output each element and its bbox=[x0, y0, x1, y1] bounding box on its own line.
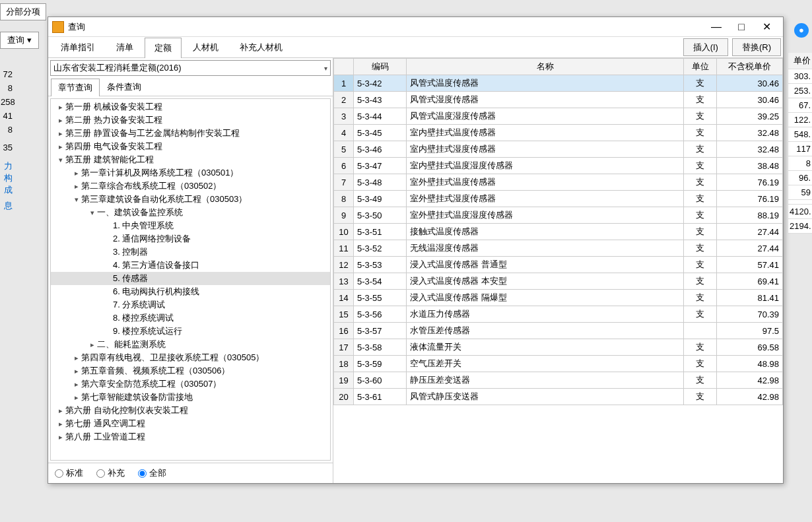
close-button[interactable]: ✕ bbox=[754, 18, 779, 36]
tree-toggle-icon[interactable]: ▸ bbox=[72, 169, 81, 178]
table-row[interactable]: 25-3-43风管式湿度传感器支30.46 bbox=[334, 92, 783, 108]
cell-price[interactable]: 81.41 bbox=[717, 290, 783, 306]
radio-input[interactable] bbox=[138, 469, 147, 478]
tree-toggle-icon[interactable]: ▸ bbox=[72, 393, 81, 402]
cell-unit[interactable]: 支 bbox=[684, 191, 717, 207]
tree-node[interactable]: ▸二、能耗监测系统 bbox=[51, 338, 330, 351]
cell-name[interactable]: 风管式静压变送器 bbox=[407, 389, 684, 405]
cell-unit[interactable]: 支 bbox=[684, 158, 717, 174]
cell-name[interactable]: 室内壁挂式温度湿度传感器 bbox=[407, 158, 684, 174]
col-header[interactable]: 名称 bbox=[407, 59, 684, 75]
table-row[interactable]: 65-3-47室内壁挂式温度湿度传感器支38.48 bbox=[334, 158, 783, 174]
cell-code[interactable]: 5-3-53 bbox=[354, 257, 407, 273]
tree-toggle-icon[interactable]: ▸ bbox=[56, 420, 65, 428]
cell-unit[interactable]: 支 bbox=[684, 75, 717, 92]
tree-toggle-icon[interactable]: ▾ bbox=[56, 156, 65, 164]
cell-unit[interactable]: 支 bbox=[684, 273, 717, 290]
results-table[interactable]: 编码名称单位不含税单价 15-3-42风管式温度传感器支30.4625-3-43… bbox=[333, 58, 783, 405]
cell-name[interactable]: 无线温湿度传感器 bbox=[407, 240, 684, 257]
cell-price[interactable]: 38.48 bbox=[717, 158, 783, 174]
table-row[interactable]: 15-3-42风管式温度传感器支30.46 bbox=[334, 75, 783, 92]
cell-unit[interactable]: 支 bbox=[684, 108, 717, 125]
tree-node[interactable]: ▸第四册 电气设备安装工程 bbox=[51, 140, 330, 153]
cell-unit[interactable]: 支 bbox=[684, 339, 717, 356]
tree-node[interactable]: 5. 传感器 bbox=[51, 272, 330, 285]
cell-price[interactable]: 32.48 bbox=[717, 125, 783, 141]
tree-toggle-icon[interactable]: ▾ bbox=[72, 195, 81, 204]
cell-code[interactable]: 5-3-47 bbox=[354, 158, 407, 174]
cell-price[interactable]: 88.19 bbox=[717, 207, 783, 224]
tree-toggle-icon[interactable]: ▸ bbox=[72, 354, 81, 362]
tree-node[interactable]: 4. 第三方通信设备接口 bbox=[51, 259, 330, 272]
cell-code[interactable]: 5-3-46 bbox=[354, 141, 407, 158]
tree-node[interactable]: ▾一、建筑设备监控系统 bbox=[51, 206, 330, 219]
cell-name[interactable]: 室外壁挂式温度湿度传感器 bbox=[407, 207, 684, 224]
cell-code[interactable]: 5-3-59 bbox=[354, 356, 407, 372]
tree-toggle-icon[interactable]: ▸ bbox=[56, 433, 65, 441]
dataset-combo[interactable]: 山东省安装工程消耗量定额(2016) ▾ bbox=[50, 60, 331, 76]
tree-node[interactable]: 3. 控制器 bbox=[51, 245, 330, 259]
tree-toggle-icon[interactable]: ▸ bbox=[72, 367, 81, 375]
cell-code[interactable]: 5-3-45 bbox=[354, 125, 407, 141]
tab-清单指引[interactable]: 清单指引 bbox=[51, 37, 105, 57]
insert-button[interactable]: 插入(I) bbox=[683, 38, 728, 56]
cell-unit[interactable]: 支 bbox=[684, 125, 717, 141]
table-row[interactable]: 115-3-52无线温湿度传感器支27.44 bbox=[334, 240, 783, 257]
cell-code[interactable]: 5-3-58 bbox=[354, 339, 407, 356]
cell-unit[interactable]: 支 bbox=[684, 372, 717, 389]
cell-code[interactable]: 5-3-43 bbox=[354, 92, 407, 108]
cell-code[interactable]: 5-3-52 bbox=[354, 240, 407, 257]
cell-unit[interactable]: 支 bbox=[684, 356, 717, 372]
filter-radio-标准[interactable]: 标准 bbox=[55, 467, 83, 479]
tree-node[interactable]: 9. 楼控系统试运行 bbox=[51, 325, 330, 338]
table-row[interactable]: 195-3-60静压压差变送器支42.98 bbox=[334, 372, 783, 389]
cell-unit[interactable]: 支 bbox=[684, 257, 717, 273]
cell-unit[interactable] bbox=[684, 323, 717, 339]
cell-name[interactable]: 风管式温度传感器 bbox=[407, 75, 684, 92]
tree-node[interactable]: ▸第二章综合布线系统工程（030502） bbox=[51, 179, 330, 193]
cell-name[interactable]: 室外壁挂式温度传感器 bbox=[407, 174, 684, 191]
tree-node[interactable]: ▸第一册 机械设备安装工程 bbox=[51, 100, 330, 114]
table-row[interactable]: 95-3-50室外壁挂式温度湿度传感器支88.19 bbox=[334, 207, 783, 224]
cell-unit[interactable]: 支 bbox=[684, 174, 717, 191]
chapter-tree[interactable]: ▸第一册 机械设备安装工程▸第二册 热力设备安装工程▸第三册 静置设备与工艺金属… bbox=[50, 98, 331, 461]
tree-node[interactable]: ▸第六册 自动化控制仪表安装工程 bbox=[51, 404, 330, 417]
tree-node[interactable]: ▸第六章安全防范系统工程（030507） bbox=[51, 377, 330, 391]
cell-unit[interactable]: 支 bbox=[684, 290, 717, 306]
cell-code[interactable]: 5-3-57 bbox=[354, 323, 407, 339]
cell-name[interactable]: 风管式温度湿度传感器 bbox=[407, 108, 684, 125]
table-row[interactable]: 155-3-56水道压力传感器支70.39 bbox=[334, 306, 783, 323]
col-header[interactable]: 编码 bbox=[354, 59, 407, 75]
cell-unit[interactable]: 支 bbox=[684, 141, 717, 158]
cell-price[interactable]: 57.41 bbox=[717, 257, 783, 273]
cell-code[interactable]: 5-3-55 bbox=[354, 290, 407, 306]
cell-unit[interactable]: 支 bbox=[684, 92, 717, 108]
tree-node[interactable]: 8. 楼控系统调试 bbox=[51, 311, 330, 325]
tree-toggle-icon[interactable]: ▾ bbox=[88, 209, 97, 217]
tree-node[interactable]: 7. 分系统调试 bbox=[51, 298, 330, 311]
table-row[interactable]: 125-3-53浸入式温度传感器 普通型支57.41 bbox=[334, 257, 783, 273]
cell-code[interactable]: 5-3-49 bbox=[354, 191, 407, 207]
cell-code[interactable]: 5-3-60 bbox=[354, 372, 407, 389]
cell-code[interactable]: 5-3-48 bbox=[354, 174, 407, 191]
col-header[interactable] bbox=[334, 59, 354, 75]
cell-name[interactable]: 室内壁挂式温度传感器 bbox=[407, 125, 684, 141]
tree-node[interactable]: 1. 中央管理系统 bbox=[51, 219, 330, 232]
tree-node[interactable]: ▸第五章音频、视频系统工程（030506） bbox=[51, 364, 330, 377]
tree-node[interactable]: ▸第七册 通风空调工程 bbox=[51, 417, 330, 430]
cell-price[interactable]: 48.98 bbox=[717, 356, 783, 372]
tree-toggle-icon[interactable]: ▸ bbox=[56, 129, 65, 138]
cell-name[interactable]: 水管压差传感器 bbox=[407, 323, 684, 339]
cell-price[interactable]: 27.44 bbox=[717, 224, 783, 240]
tree-node[interactable]: ▾第五册 建筑智能化工程 bbox=[51, 153, 330, 166]
radio-input[interactable] bbox=[55, 469, 63, 478]
table-row[interactable]: 75-3-48室外壁挂式温度传感器支76.19 bbox=[334, 174, 783, 191]
col-header[interactable]: 不含税单价 bbox=[717, 59, 783, 75]
cell-price[interactable]: 27.44 bbox=[717, 240, 783, 257]
tree-node[interactable]: ▸第八册 工业管道工程 bbox=[51, 430, 330, 443]
bg-main-tab[interactable]: 分部分项 bbox=[0, 3, 46, 20]
cell-price[interactable]: 30.46 bbox=[717, 75, 783, 92]
cell-price[interactable]: 69.41 bbox=[717, 273, 783, 290]
table-row[interactable]: 55-3-46室内壁挂式湿度传感器支32.48 bbox=[334, 141, 783, 158]
cell-code[interactable]: 5-3-51 bbox=[354, 224, 407, 240]
